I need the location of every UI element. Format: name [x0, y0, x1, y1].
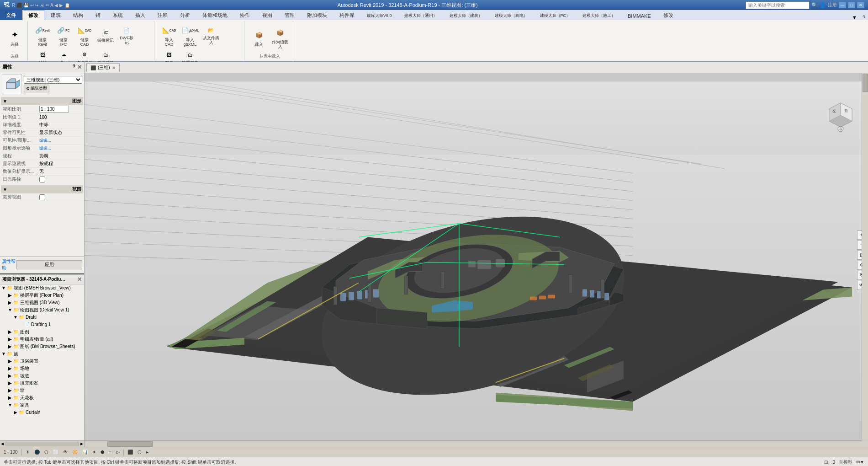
views-expand-icon[interactable]: ▼ [1, 285, 6, 290]
tree-curtain[interactable]: ▶ 📁 Curtain [0, 409, 84, 416]
visual-style-button[interactable]: ⬡ [136, 449, 143, 455]
search-icon[interactable]: 🔍 [811, 2, 818, 8]
tab-bm-const[interactable]: 建模大师（施工） [577, 11, 621, 20]
tab-family-master[interactable]: 族库大师V6.0 [361, 11, 398, 20]
insert-file-button[interactable]: 📂 从文件插入 [201, 24, 221, 46]
reveal-hidden-button[interactable]: 👁 [61, 449, 69, 455]
project-browser-close-icon[interactable]: ✕ [77, 276, 82, 283]
more-tools-btn[interactable]: ▸ [144, 449, 150, 455]
tab-analyze[interactable]: 分析 [174, 10, 196, 20]
viewport[interactable]: 前 左 N + − ⊡ ✥ ↻ 👁 [85, 73, 868, 447]
link-ifc-button[interactable]: 🔗IFC 链接IFC [53, 22, 74, 48]
tree-wall[interactable]: ▶ 📁 墙 [0, 387, 84, 394]
detail-view-expand-icon[interactable]: ▼ [7, 307, 13, 312]
close-button[interactable]: ✕ [857, 2, 864, 8]
scale-input[interactable] [39, 106, 69, 112]
floor-plan-expand-icon[interactable]: ▶ [7, 293, 13, 298]
link-mark-button[interactable]: 🏷 链接标记 [95, 27, 116, 43]
tree-sheets[interactable]: ▶ 📁 图纸 (BM Browser_Sheets) [0, 343, 84, 350]
tree-drafti[interactable]: ▼ 📁 Drafti [0, 314, 84, 321]
import-gbxml-button[interactable]: 📄gbXML 导入gbXML [180, 22, 200, 48]
sunpath-checkbox[interactable] [39, 177, 45, 182]
minimize-button[interactable]: — [839, 2, 846, 8]
tab-file[interactable]: 文件 [0, 10, 22, 20]
scroll-left-btn[interactable]: ◀ [0, 442, 5, 446]
load-button[interactable]: 📦 载入 [249, 27, 269, 48]
tab-insert[interactable]: 插入 [129, 10, 151, 20]
tab-massing[interactable]: 体量和场地 [196, 10, 233, 20]
3d-view-expand-icon[interactable]: ▶ [7, 300, 13, 305]
detail-level-icon[interactable]: ⬛ [126, 449, 135, 455]
ramp-expand-icon[interactable]: ▶ [7, 373, 13, 378]
edit-type-button[interactable]: ⚙ 编辑类型 [24, 85, 49, 92]
register-label[interactable]: 注册 [828, 2, 837, 8]
tree-schedule[interactable]: ▶ 📁 明细表/数量 (all) [0, 336, 84, 343]
furniture-expand-icon[interactable]: ▼ [7, 402, 13, 407]
horizontal-scroll-thumb[interactable] [107, 441, 153, 447]
view-tab-3d[interactable]: ⬛ (三维) ✕ [86, 63, 120, 72]
select-button[interactable]: ✦ 选择 [5, 27, 25, 48]
display-edit-button[interactable]: 编辑... [39, 145, 51, 151]
schedule-expand-icon[interactable]: ▶ [7, 337, 13, 342]
tab-view[interactable]: 视图 [256, 10, 278, 20]
render-button[interactable]: ⬡ [42, 449, 50, 455]
maximize-button[interactable]: □ [848, 2, 855, 8]
shadow-button[interactable]: 🌑 [32, 449, 42, 455]
tab-parts[interactable]: 构件库 [333, 10, 360, 20]
horizontal-scrollbar[interactable] [85, 440, 862, 447]
worksets-button[interactable]: ≡ [107, 449, 114, 455]
tab-addins[interactable]: 附加模块 [301, 10, 333, 20]
vertical-scroll-thumb[interactable] [863, 74, 868, 92]
dwf-mark-button[interactable]: 📄 DWF标记 [116, 24, 137, 46]
tree-scroll-bar[interactable]: ◀ ▶ [0, 440, 84, 447]
tab-modify2[interactable]: 修改 [657, 10, 679, 20]
link-cad-button[interactable]: 📐CAD 链接CAD [74, 22, 95, 48]
tree-3d-view[interactable]: ▶ 📁 三维视图 (3D View) [0, 299, 84, 306]
temp-hide-button[interactable]: 🔆 [70, 449, 79, 455]
tab-collaborate[interactable]: 协作 [234, 10, 256, 20]
tab-annotate[interactable]: 注释 [152, 10, 174, 20]
extents-section-header[interactable]: ▼ 范围 [1, 185, 83, 193]
tab-bm-pc[interactable]: 建模大师（PC） [534, 11, 577, 20]
tree-ramp[interactable]: ▶ 📁 坡道 [0, 372, 84, 380]
vertical-scrollbar[interactable] [862, 73, 868, 439]
tab-steel[interactable]: 钢 [90, 10, 106, 20]
sheets-expand-icon[interactable]: ▶ [7, 344, 13, 349]
tab-modify[interactable]: 修改 [22, 10, 44, 20]
sun-button[interactable]: ☀ [24, 449, 32, 455]
crop-view-checkbox[interactable] [39, 194, 45, 200]
crop-button[interactable]: ⬜ [51, 449, 60, 455]
tree-legend[interactable]: ▶ 📁 图例 [0, 328, 84, 336]
load-as-group-button[interactable]: 📦 作为组载入 [270, 24, 290, 50]
tab-architecture[interactable]: 建筑 [45, 10, 67, 20]
view-tab-close-icon[interactable]: ✕ [112, 65, 116, 70]
search-input[interactable] [746, 1, 810, 9]
visibility-edit-button[interactable]: 编辑... [39, 138, 51, 144]
view-type-selector[interactable]: 三维视图: (三维) [24, 76, 82, 84]
ceiling-expand-icon[interactable]: ▶ [7, 395, 13, 400]
legend-expand-icon[interactable]: ▶ [7, 329, 13, 334]
curtain-expand-icon[interactable]: ▶ [13, 410, 18, 415]
drafti-expand-icon[interactable]: ▼ [13, 315, 18, 320]
filter-icon[interactable]: ▼ [860, 460, 864, 465]
plumbing-expand-icon[interactable]: ▶ [7, 359, 13, 364]
tab-bm-arch[interactable]: 建模大师（建筑） [444, 11, 488, 20]
scroll-right-btn[interactable]: ▶ [79, 442, 84, 446]
tree-views-root[interactable]: ▼ 📁 视图 (BMSH Browser_View) [0, 284, 84, 292]
import-cad-button[interactable]: 📐CAD 导入CAD [159, 22, 179, 48]
tab-bimmake[interactable]: BIMMAKE [622, 11, 657, 20]
properties-help-link[interactable]: 属性帮助 [2, 258, 16, 271]
thin-lines-button[interactable]: ▷ [114, 449, 122, 455]
tree-plumbing[interactable]: ▶ 📁 卫浴装置 [0, 358, 84, 365]
help-button[interactable]: ? [860, 15, 868, 20]
tree-site[interactable]: ▶ 📁 场地 [0, 365, 84, 372]
tab-systems[interactable]: 系统 [107, 10, 129, 20]
site-expand-icon[interactable]: ▶ [7, 366, 13, 371]
design-options-button[interactable]: ✦ [90, 449, 98, 455]
link-revit-button[interactable]: 🔗Revit 链接Revit [32, 22, 53, 48]
tree-families-root[interactable]: ▼ 📁 族 [0, 350, 84, 358]
families-expand-icon[interactable]: ▼ [1, 351, 6, 356]
tab-bm-general[interactable]: 建模大师（通用） [398, 11, 443, 20]
graphics-section-header[interactable]: ▼ 图形 [1, 97, 83, 105]
apply-button[interactable]: 应用 [16, 260, 82, 269]
